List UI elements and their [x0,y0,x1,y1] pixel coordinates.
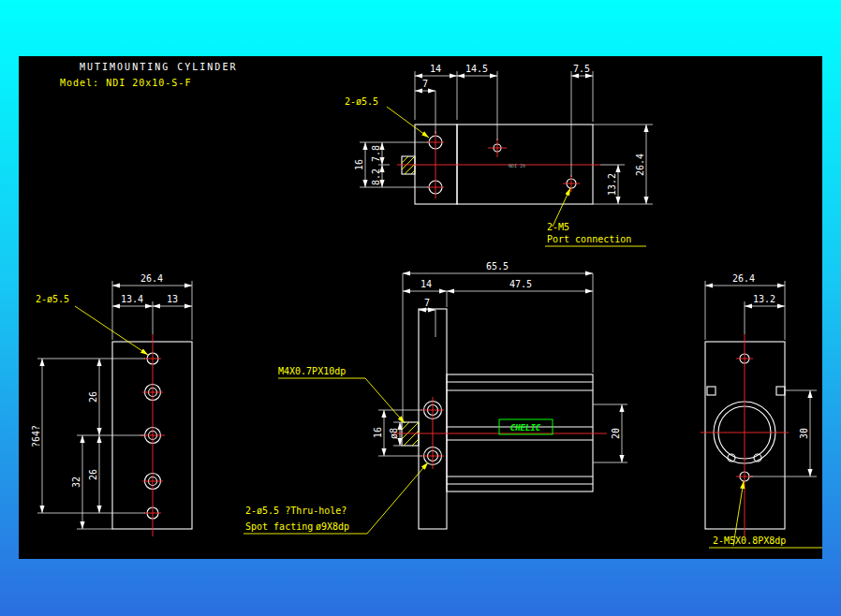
port-caption: Port connection [547,234,631,244]
dim-20: 20 [611,428,621,439]
cad-viewport: MUTIMOUNTING CYLINDER Model: NDI 20x10-S… [0,0,841,616]
thread-callout: M4X0.7PX10dp [278,366,346,376]
thread-callout: 2-M5X0.8PX8dp [713,535,786,546]
thru-hole-callout: 2-ø5.5 ?Thru-hole? [245,506,347,516]
cad-window: MUTIMOUNTING CYLINDER Model: NDI 20x10-S… [0,0,841,616]
holes-callout: 2-ø5.5 [36,294,69,304]
drawing-title: MUTIMOUNTING CYLINDER [80,62,237,72]
dim-13-4: 13.4 [121,294,143,304]
dim-14: 14 [420,279,432,289]
dim-rod-dia: ø8 [389,428,399,439]
dim-16: 16 [373,427,383,438]
dim-64: ?64? [31,425,41,447]
holes-callout: 2-ø5.5 [345,96,378,107]
dim-13-2: 13.2 [607,173,617,196]
dim-14: 14 [430,64,441,74]
body-stamp: NDI 20 [509,163,525,169]
dim-65-5: 65.5 [486,261,509,271]
dim-30: 30 [799,428,809,439]
dim-26-4: 26.4 [732,273,755,284]
dim-7: 7 [424,298,430,308]
dim-16: 16 [354,159,364,170]
dim-26-a: 26 [88,391,98,403]
dim-13-2: 13.2 [753,294,775,304]
port-callout: 2-M5 [547,222,569,232]
spot-facing-size: ø9X8dp [316,521,349,532]
brand-logo-text: CHELIC [510,423,541,433]
dim-26-4: 26.4 [140,273,163,284]
dim-26-4: 26.4 [635,154,645,176]
spot-facing-callout: Spot facting [245,521,313,532]
dim-7-5: 7.5 [573,64,590,74]
dim-26-b: 26 [88,469,98,480]
dim-47-5: 47.5 [509,279,532,289]
dim-8-2: 8.2 [371,169,381,185]
dim-32: 32 [71,477,81,488]
drawing-model: Model: NDI 20x10-S-F [60,78,191,88]
dim-7-8: 7.8 [371,145,381,162]
dim-13: 13 [167,294,178,304]
dim-14-5: 14.5 [465,64,488,74]
dim-7: 7 [422,79,428,89]
